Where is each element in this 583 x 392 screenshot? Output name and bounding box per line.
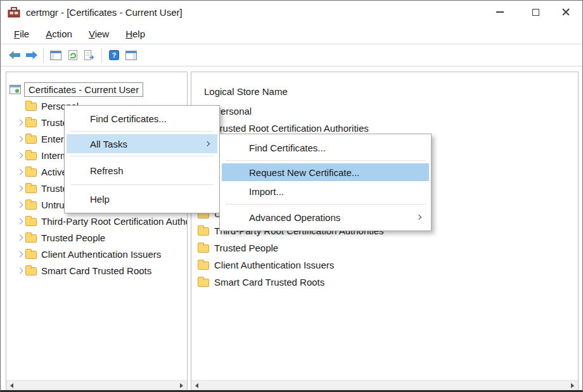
certificates-root-icon <box>10 85 21 94</box>
console-tree-icon <box>50 51 61 60</box>
export-list-button[interactable] <box>81 47 98 64</box>
submenu-item-find-certificates[interactable]: Find Certificates... <box>222 137 429 158</box>
maximize-icon <box>532 9 539 16</box>
menu-action[interactable]: Action <box>37 25 80 42</box>
chevron-right-icon[interactable] <box>17 234 23 241</box>
folder-icon <box>198 279 209 287</box>
scroll-left-icon <box>195 383 198 388</box>
menu-item-find-certificates[interactable]: Find Certificates... <box>67 108 217 129</box>
chevron-right-icon[interactable] <box>17 218 23 224</box>
column-header-logical-store-name[interactable]: Logical Store Name <box>204 84 578 99</box>
close-icon <box>561 8 570 16</box>
list-item-client-auth-issuers[interactable]: Client Authentication Issuers <box>191 256 578 274</box>
folder-icon <box>198 262 209 270</box>
tree-item-client-auth-issuers[interactable]: Client Authentication Issuers <box>6 246 187 262</box>
scroll-right-button[interactable] <box>176 381 187 391</box>
submenu-arrow-icon <box>205 141 210 146</box>
menu-item-help[interactable]: Help <box>67 187 217 210</box>
list-horizontal-scrollbar[interactable] <box>191 380 578 391</box>
toolbar: ? <box>1 44 582 66</box>
forward-icon <box>25 50 38 60</box>
show-hide-action-pane-button[interactable] <box>122 47 139 64</box>
folder-icon <box>25 251 37 259</box>
show-console-tree-button[interactable] <box>47 47 64 64</box>
minimize-icon <box>496 11 504 13</box>
toolbar-separator <box>101 48 102 63</box>
chevron-right-icon[interactable] <box>17 185 23 191</box>
chevron-right-icon[interactable] <box>17 119 23 125</box>
submenu-item-advanced-operations[interactable]: Advanced Operations <box>222 207 429 227</box>
window-title: certmgr - [Certificates - Current User] <box>26 7 183 18</box>
back-icon <box>8 50 21 60</box>
folder-icon <box>25 152 37 160</box>
scroll-left-button[interactable] <box>191 381 202 391</box>
all-tasks-submenu: Find Certificates... Request New Certifi… <box>219 134 432 231</box>
folder-icon <box>25 103 37 111</box>
menu-separator <box>70 131 214 132</box>
store-list-panel: Logical Store Name Personal Trusted Root… <box>191 72 579 391</box>
scroll-right-icon <box>180 383 183 388</box>
minimize-button[interactable] <box>482 1 518 23</box>
list-item-trusted-people[interactable]: Trusted People <box>191 239 578 256</box>
scroll-left-icon <box>10 383 13 388</box>
back-button[interactable] <box>6 47 23 64</box>
tree-horizontal-scrollbar[interactable] <box>6 380 187 391</box>
list-item-personal[interactable]: Personal <box>191 103 578 120</box>
chevron-right-icon[interactable] <box>17 152 23 158</box>
folder-icon <box>25 267 37 275</box>
certmgr-app-icon <box>8 7 20 18</box>
scroll-left-button[interactable] <box>6 381 17 391</box>
tree-item-smart-card-roots[interactable]: Smart Card Trusted Roots <box>6 262 187 279</box>
folder-icon <box>25 168 37 177</box>
tree-root-label: Certificates - Current User <box>24 82 143 97</box>
export-list-icon <box>84 50 96 60</box>
menu-bar: File Action View Help <box>1 23 582 44</box>
folder-icon <box>198 244 209 253</box>
menu-separator <box>226 160 425 161</box>
svg-text:?: ? <box>112 51 116 59</box>
maximize-button[interactable] <box>518 1 553 23</box>
certmgr-window: certmgr - [Certificates - Current User] … <box>0 0 583 392</box>
tree-item-trusted-people[interactable]: Trusted People <box>6 229 187 246</box>
action-pane-icon <box>125 51 137 60</box>
list-item-smart-card-roots[interactable]: Smart Card Trusted Roots <box>191 274 578 291</box>
folder-icon <box>25 136 37 144</box>
folder-icon <box>25 218 37 226</box>
chevron-right-icon[interactable] <box>17 267 23 274</box>
title-bar: certmgr - [Certificates - Current User] <box>1 1 582 23</box>
scroll-right-icon <box>571 383 574 388</box>
help-icon: ? <box>109 50 119 60</box>
chevron-right-icon[interactable] <box>17 136 23 142</box>
window-controls <box>482 1 579 23</box>
folder-icon <box>25 201 37 210</box>
tree-item-third-party-root[interactable]: Third-Party Root Certification Authoriti… <box>6 213 187 229</box>
menu-separator <box>70 156 214 156</box>
menu-view[interactable]: View <box>80 25 117 42</box>
folder-icon <box>25 234 37 243</box>
context-menu: Find Certificates... All Tasks Refresh H… <box>64 105 220 213</box>
chevron-right-icon[interactable] <box>17 201 23 208</box>
menu-separator <box>70 184 214 185</box>
chevron-right-icon[interactable] <box>17 251 23 257</box>
scroll-right-button[interactable] <box>567 381 578 391</box>
folder-icon <box>198 227 209 236</box>
tree-root[interactable]: Certificates - Current User <box>6 81 187 98</box>
menu-file[interactable]: File <box>6 25 37 42</box>
menu-help[interactable]: Help <box>117 25 153 42</box>
refresh-icon <box>67 50 79 60</box>
help-button[interactable]: ? <box>105 47 122 64</box>
close-button[interactable] <box>553 1 579 23</box>
toolbar-separator <box>43 48 44 63</box>
submenu-arrow-icon <box>416 215 421 220</box>
forward-button[interactable] <box>23 47 40 64</box>
menu-separator <box>226 204 425 205</box>
refresh-button[interactable] <box>64 47 81 64</box>
submenu-item-request-new-certificate[interactable]: Request New Certificate... <box>222 163 429 181</box>
folder-icon <box>25 185 37 193</box>
menu-item-refresh[interactable]: Refresh <box>67 159 217 182</box>
chevron-right-icon[interactable] <box>17 168 23 175</box>
menu-item-all-tasks[interactable]: All Tasks <box>67 134 217 153</box>
folder-icon <box>25 119 37 127</box>
submenu-item-import[interactable]: Import... <box>222 181 429 201</box>
